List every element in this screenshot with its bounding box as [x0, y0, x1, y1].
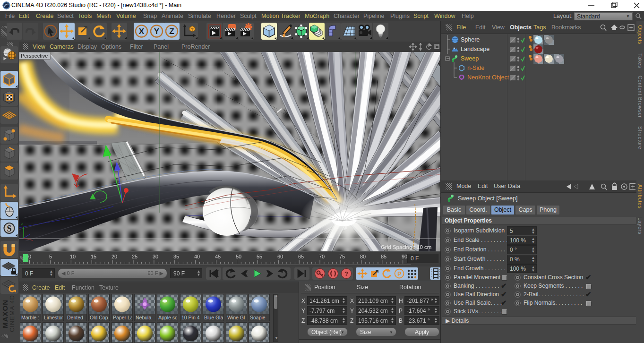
svg-text:Grid Spacing : 10 cm: Grid Spacing : 10 cm — [381, 244, 431, 250]
svg-text:Y: Y — [21, 223, 23, 226]
svg-text:Y: Y — [154, 27, 160, 36]
svg-text:?: ? — [344, 270, 348, 277]
svg-text:Perspective: Perspective — [21, 53, 48, 59]
svg-text:P: P — [397, 271, 401, 277]
svg-text:S: S — [7, 224, 11, 233]
svg-text:X: X — [139, 27, 145, 36]
svg-text:Z: Z — [169, 27, 174, 36]
